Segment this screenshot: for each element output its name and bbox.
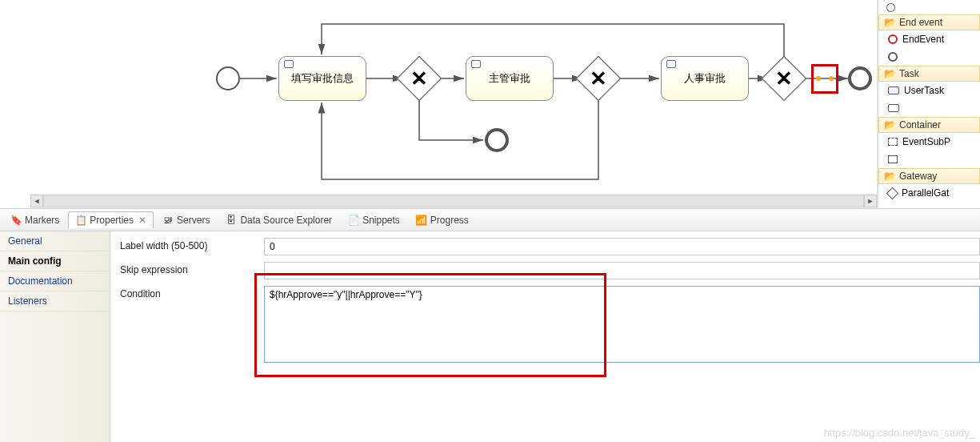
category-label: Task <box>899 68 919 79</box>
user-task-icon <box>666 60 676 68</box>
folder-open-icon: 📂 <box>884 171 896 182</box>
palette-category-task[interactable]: 📂 Task <box>878 66 980 82</box>
subprocess-icon <box>888 138 898 146</box>
properties-icon: 📋 <box>75 215 86 226</box>
snippets-icon: 📄 <box>348 215 359 226</box>
close-icon[interactable]: ✕ <box>138 215 146 226</box>
task-label: 人事审批 <box>684 71 726 86</box>
category-label: Gateway <box>899 171 937 182</box>
palette-item-container-truncated[interactable] <box>878 151 980 168</box>
endevent-icon <box>888 52 898 62</box>
item-label: UserTask <box>904 85 944 96</box>
properties-sidebar: General Main config Documentation Listen… <box>0 231 110 442</box>
palette-category-container[interactable]: 📂 Container <box>878 117 980 133</box>
label-condition: Condition <box>120 286 264 299</box>
palette-item-truncated[interactable] <box>878 0 980 14</box>
scroll-track[interactable] <box>43 195 864 207</box>
prop-tab-main-config[interactable]: Main config <box>0 251 110 271</box>
label-skip-expression: Skip expression <box>120 262 264 275</box>
bpmn-canvas-area: 填写审批信息 ✕ 主管审批 ✕ 人事审批 ✕ <box>0 0 878 208</box>
endevent-icon <box>888 34 898 44</box>
tab-label: Properties <box>90 215 134 226</box>
tab-label: Progress <box>430 215 469 226</box>
scroll-left-icon[interactable]: ◄ <box>30 195 43 207</box>
markers-icon: 🔖 <box>10 215 22 226</box>
tab-progress[interactable]: 📶 Progress <box>409 211 476 228</box>
user-task-manager-approve[interactable]: 主管审批 <box>466 56 554 101</box>
row-label-width: Label width (50-500) 0 <box>120 238 980 260</box>
tab-servers[interactable]: 🖳 Servers <box>155 211 217 228</box>
exclusive-gateway-1[interactable]: ✕ <box>403 62 435 94</box>
bpmn-palette: 📂 End event EndEvent 📂 Task UserTask 📂 C… <box>878 0 980 208</box>
folder-open-icon: 📂 <box>884 17 896 28</box>
usertask-icon <box>888 86 899 94</box>
palette-category-end-event[interactable]: 📂 End event <box>878 14 980 30</box>
user-task-icon <box>471 60 481 68</box>
task-icon <box>888 104 899 112</box>
start-event[interactable] <box>216 66 240 90</box>
palette-item-end-truncated[interactable] <box>878 48 980 66</box>
folder-open-icon: 📂 <box>884 68 896 79</box>
prop-tab-documentation[interactable]: Documentation <box>0 271 110 291</box>
input-label-width[interactable]: 0 <box>264 238 980 255</box>
horizontal-scrollbar[interactable]: ◄ ► <box>30 194 877 208</box>
tab-markers[interactable]: 🔖 Markers <box>3 211 66 228</box>
item-label: EventSubP <box>902 136 950 147</box>
properties-body: General Main config Documentation Listen… <box>0 231 980 442</box>
flow-endpoint-dot <box>816 76 821 81</box>
folder-open-icon: 📂 <box>884 119 896 131</box>
exclusive-gateway-2[interactable]: ✕ <box>582 62 614 94</box>
prop-tab-listeners[interactable]: Listeners <box>0 291 110 311</box>
user-task-hr-approve[interactable]: 人事审批 <box>661 56 749 101</box>
item-label: EndEvent <box>902 34 944 45</box>
palette-item-parallelgateway[interactable]: ParallelGat <box>878 184 980 202</box>
palette-item-task-truncated[interactable] <box>878 99 980 117</box>
bottom-panel: 🔖 Markers 📋 Properties ✕ 🖳 Servers 🗄 Dat… <box>0 208 980 442</box>
tab-data-source-explorer[interactable]: 🗄 Data Source Explorer <box>218 211 339 228</box>
progress-icon: 📶 <box>416 215 427 226</box>
end-event[interactable] <box>848 66 872 90</box>
task-label: 主管审批 <box>489 71 530 86</box>
container-icon <box>888 155 898 163</box>
category-label: End event <box>899 17 942 28</box>
bpmn-canvas[interactable]: 填写审批信息 ✕ 主管审批 ✕ 人事审批 ✕ <box>0 0 877 192</box>
palette-item-eventsubprocess[interactable]: EventSubP <box>878 133 980 151</box>
palette-category-gateway[interactable]: 📂 Gateway <box>878 168 980 184</box>
user-task-icon <box>284 60 294 68</box>
prop-tab-general[interactable]: General <box>0 231 110 251</box>
item-label: ParallelGat <box>902 187 949 199</box>
flow-endpoint-dot <box>829 76 834 81</box>
workspace: 填写审批信息 ✕ 主管审批 ✕ 人事审批 ✕ <box>0 0 980 208</box>
gateway-icon <box>886 187 899 199</box>
scroll-right-icon[interactable]: ► <box>864 195 877 207</box>
palette-item-endevent[interactable]: EndEvent <box>878 30 980 48</box>
end-event-secondary[interactable] <box>485 128 509 152</box>
properties-form: Label width (50-500) 0 Skip expression C… <box>110 231 980 442</box>
highlight-condition-box <box>254 273 606 377</box>
label-label-width: Label width (50-500) <box>120 238 264 251</box>
servers-icon: 🖳 <box>162 215 174 226</box>
exclusive-gateway-3[interactable]: ✕ <box>768 62 800 94</box>
views-tabstrip: 🔖 Markers 📋 Properties ✕ 🖳 Servers 🗄 Dat… <box>0 209 980 231</box>
tab-snippets[interactable]: 📄 Snippets <box>341 211 407 228</box>
tab-label: Data Source Explorer <box>240 215 332 226</box>
task-label: 填写审批信息 <box>291 71 354 86</box>
tab-label: Snippets <box>362 215 400 226</box>
tab-label: Markers <box>25 215 59 226</box>
tab-label: Servers <box>177 215 210 226</box>
tab-properties[interactable]: 📋 Properties ✕ <box>68 211 154 228</box>
palette-item-usertask[interactable]: UserTask <box>878 82 980 99</box>
user-task-fill-approval[interactable]: 填写审批信息 <box>278 56 366 101</box>
category-label: Container <box>899 119 941 131</box>
database-icon: 🗄 <box>226 215 237 226</box>
